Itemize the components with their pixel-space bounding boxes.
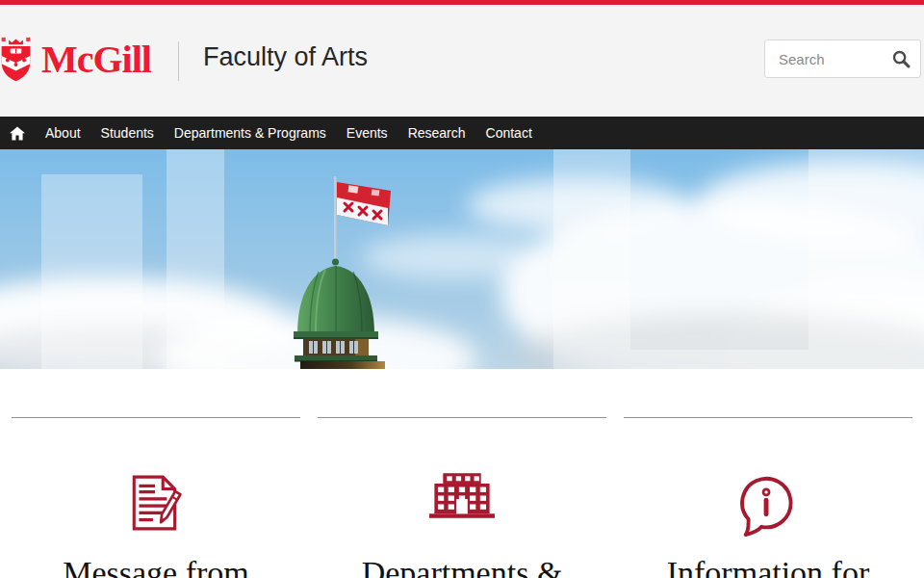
nav-item-about[interactable]: About <box>45 125 81 141</box>
nav-item-students[interactable]: Students <box>101 125 154 141</box>
quick-links-section: Message from <box>0 369 924 578</box>
nav-item-contact[interactable]: Contact <box>486 125 532 141</box>
mcgill-wordmark: McGill <box>41 40 151 79</box>
header-divider <box>178 41 179 81</box>
home-icon <box>10 126 25 141</box>
search-icon[interactable] <box>892 50 911 68</box>
mcgill-logo[interactable]: McGill <box>0 36 151 84</box>
site-header: McGill Faculty of Arts <box>0 5 924 117</box>
nav-item-research[interactable]: Research <box>408 125 466 141</box>
search-input[interactable] <box>777 50 892 68</box>
nav-item-departments-programs[interactable]: Departments & Programs <box>174 125 326 141</box>
hero-image <box>0 149 924 369</box>
card-departments[interactable]: Departments & <box>318 417 606 578</box>
card-message-from[interactable]: Message from <box>12 417 300 578</box>
page-title: Faculty of Arts <box>203 42 368 72</box>
card-information-for[interactable]: Information for <box>624 417 912 578</box>
nav-item-events[interactable]: Events <box>346 125 388 141</box>
search-box <box>764 39 921 78</box>
card-title[interactable]: Departments & <box>318 554 606 578</box>
mcgill-crest-icon <box>0 36 32 84</box>
main-nav: About Students Departments & Programs Ev… <box>0 117 924 149</box>
document-pencil-icon <box>12 473 300 533</box>
nav-home[interactable] <box>10 126 25 141</box>
card-title[interactable]: Information for <box>624 554 912 578</box>
building-icon <box>318 473 606 533</box>
info-speech-icon <box>624 473 912 533</box>
card-title[interactable]: Message from <box>12 554 300 578</box>
